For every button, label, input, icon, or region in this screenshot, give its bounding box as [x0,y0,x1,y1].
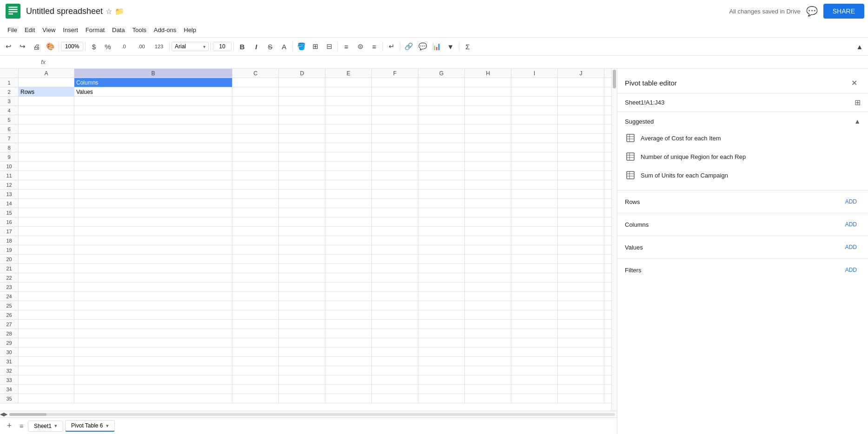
cell-k28[interactable] [604,329,611,338]
cell-b26[interactable] [74,310,232,320]
cell-f34[interactable] [372,385,418,394]
row-num-2[interactable]: 2 [0,87,19,97]
undo-button[interactable]: ↩ [2,40,15,53]
cell-k6[interactable] [604,125,611,134]
cell-e13[interactable] [325,190,372,199]
cell-f11[interactable] [372,171,418,180]
pivot-values-add-button[interactable]: ADD [841,242,861,252]
cell-k27[interactable] [604,320,611,329]
row-num-27[interactable]: 27 [0,320,19,329]
cell-h20[interactable] [465,255,511,264]
cell-a32[interactable] [19,366,74,375]
cell-a17[interactable] [19,227,74,236]
cell-a35[interactable] [19,394,74,403]
cell-d5[interactable] [279,115,325,125]
menu-item-insert[interactable]: Insert [59,26,82,34]
cell-f35[interactable] [372,394,418,403]
cell-b8[interactable] [74,143,232,152]
cell-g8[interactable] [418,143,465,152]
cell-k26[interactable] [604,310,611,320]
cell-f16[interactable] [372,217,418,227]
cell-i2[interactable] [511,87,558,97]
cell-b19[interactable] [74,245,232,255]
cell-j2[interactable] [558,87,604,97]
font-selector[interactable]: Arial ▾ [172,42,209,51]
cell-d21[interactable] [279,264,325,273]
menu-item-view[interactable]: View [39,26,59,34]
cell-j15[interactable] [558,208,604,217]
cell-d30[interactable] [279,348,325,357]
cell-h24[interactable] [465,292,511,301]
cell-a23[interactable] [19,283,74,292]
cell-a7[interactable] [19,134,74,143]
row-num-29[interactable]: 29 [0,338,19,348]
cell-e2[interactable] [325,87,372,97]
cell-k18[interactable] [604,236,611,245]
cell-g26[interactable] [418,310,465,320]
align-vcenter-button[interactable]: ⊜ [354,40,367,53]
italic-button[interactable]: I [250,40,263,53]
cell-a16[interactable] [19,217,74,227]
cell-c21[interactable] [232,264,279,273]
cell-h15[interactable] [465,208,511,217]
cell-e6[interactable] [325,125,372,134]
cell-g12[interactable] [418,180,465,190]
share-button[interactable]: SHARE [823,4,864,19]
cell-k7[interactable] [604,134,611,143]
bold-button[interactable]: B [236,40,249,53]
cell-i23[interactable] [511,283,558,292]
cell-h25[interactable] [465,301,511,310]
scroll-left-arrow[interactable]: ◀ [0,411,4,417]
col-header-g[interactable]: G [418,69,465,78]
cell-d22[interactable] [279,273,325,283]
cell-d3[interactable] [279,97,325,106]
cell-d1[interactable] [279,78,325,87]
cell-g35[interactable] [418,394,465,403]
cell-g15[interactable] [418,208,465,217]
cell-c4[interactable] [232,106,279,115]
cell-b33[interactable] [74,375,232,385]
cell-b1[interactable]: Columns [74,78,232,87]
cell-j35[interactable] [558,394,604,403]
row-num-32[interactable]: 32 [0,366,19,375]
cell-f1[interactable] [372,78,418,87]
cell-j8[interactable] [558,143,604,152]
cell-g11[interactable] [418,171,465,180]
cell-k33[interactable] [604,375,611,385]
pivot-filters-add-button[interactable]: ADD [841,265,861,275]
cell-j9[interactable] [558,152,604,162]
cell-i5[interactable] [511,115,558,125]
cell-k4[interactable] [604,106,611,115]
cell-g6[interactable] [418,125,465,134]
cell-i21[interactable] [511,264,558,273]
cell-h10[interactable] [465,162,511,171]
cell-b12[interactable] [74,180,232,190]
menu-item-edit[interactable]: Edit [21,26,39,34]
cell-d15[interactable] [279,208,325,217]
cell-j20[interactable] [558,255,604,264]
cell-b20[interactable] [74,255,232,264]
cell-a12[interactable] [19,180,74,190]
cell-g34[interactable] [418,385,465,394]
cell-i18[interactable] [511,236,558,245]
row-num-34[interactable]: 34 [0,385,19,394]
align-right-button[interactable]: ≡ [368,40,381,53]
spreadsheet-title[interactable]: Untitled spreadsheet [26,7,103,16]
cell-j16[interactable] [558,217,604,227]
cell-e29[interactable] [325,338,372,348]
cell-h34[interactable] [465,385,511,394]
row-num-23[interactable]: 23 [0,283,19,292]
pivot-panel-close-button[interactable]: ✕ [848,76,861,89]
cell-i13[interactable] [511,190,558,199]
cell-b31[interactable] [74,357,232,366]
row-num-11[interactable]: 11 [0,171,19,180]
tab-sheet1[interactable]: Sheet1 ▾ [28,421,63,432]
cell-b5[interactable] [74,115,232,125]
cell-c10[interactable] [232,162,279,171]
cell-c11[interactable] [232,171,279,180]
cell-i15[interactable] [511,208,558,217]
menu-item-data[interactable]: Data [108,26,128,34]
cell-e10[interactable] [325,162,372,171]
cell-g23[interactable] [418,283,465,292]
cell-k19[interactable] [604,245,611,255]
